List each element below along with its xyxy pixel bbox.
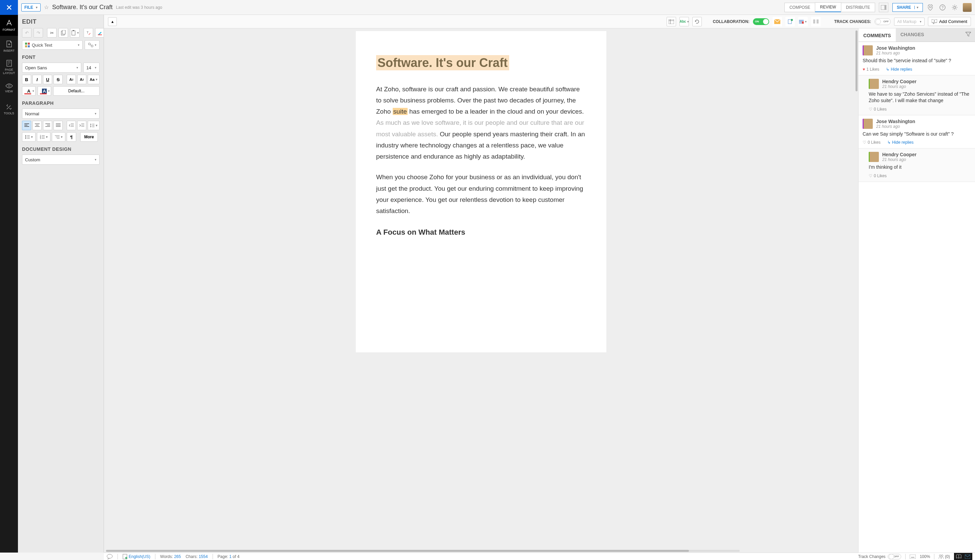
doc-paragraph-1: At Zoho, software is our craft and passi… bbox=[376, 83, 487, 162]
strikethrough-button[interactable]: S bbox=[54, 75, 63, 84]
svg-text:T: T bbox=[87, 31, 89, 34]
collaboration-toolbar: ▴ Abc▾ COLLABORATION: ON ▾ TRACK CHANGES… bbox=[104, 15, 487, 28]
default-font-button[interactable]: Default... bbox=[53, 86, 100, 96]
doc-heading-2: A Focus on What Matters bbox=[376, 226, 487, 239]
chevron-down-icon: ▾ bbox=[77, 66, 78, 69]
doc-heading-1: Software. It's our Craft bbox=[376, 55, 487, 70]
svg-point-19 bbox=[25, 135, 26, 136]
bullet-list-button[interactable]: ▾ bbox=[22, 132, 35, 142]
chevron-down-icon: ▾ bbox=[48, 89, 50, 93]
format-painter-button[interactable]: T bbox=[84, 28, 93, 38]
para-style-value: Normal bbox=[25, 111, 39, 116]
editor-area[interactable]: Software. It's our Craft At Zoho, softwa… bbox=[104, 28, 487, 280]
chevron-down-icon: ▾ bbox=[96, 78, 97, 81]
format-panel: EDIT ↶ ↷ ✂ ▾ T Quick Text ▾ ▾ FONT bbox=[18, 15, 104, 280]
find-replace-button[interactable]: ▾ bbox=[85, 40, 100, 50]
chevron-down-icon: ▾ bbox=[96, 124, 97, 127]
chevron-down-icon: ▾ bbox=[61, 135, 63, 138]
document-design-title: DOCUMENT DESIGN bbox=[22, 147, 100, 152]
rail-view[interactable]: VIEW bbox=[0, 78, 18, 99]
paragraph-section-title: PARAGRAPH bbox=[22, 100, 100, 106]
chevron-down-icon: ▾ bbox=[78, 43, 80, 47]
quick-text-label: Quick Text bbox=[32, 43, 52, 48]
cut-button[interactable]: ✂ bbox=[47, 28, 57, 38]
undo-button[interactable]: ↶ bbox=[22, 28, 32, 38]
align-left-button[interactable] bbox=[22, 121, 31, 130]
chevron-down-icon: ▾ bbox=[95, 112, 97, 115]
view-icon bbox=[5, 83, 13, 88]
svg-text:3: 3 bbox=[40, 137, 41, 139]
rail-format-label: FORMAT bbox=[3, 28, 15, 32]
font-name-value: Open Sans bbox=[25, 65, 47, 70]
format-icon bbox=[5, 19, 13, 27]
svg-rect-8 bbox=[62, 30, 65, 34]
doc-paragraph-2: When you choose Zoho for your business o… bbox=[376, 172, 487, 217]
subscript-button[interactable]: A2 bbox=[77, 75, 86, 84]
font-size-select[interactable]: 14▾ bbox=[83, 63, 100, 73]
rail-tools-label: TOOLS bbox=[4, 112, 14, 115]
italic-button[interactable]: I bbox=[32, 75, 42, 84]
chevron-down-icon: ▾ bbox=[95, 66, 97, 69]
font-size-value: 14 bbox=[86, 65, 91, 70]
number-list-button[interactable]: 123▾ bbox=[37, 132, 50, 142]
chevron-down-icon: ▾ bbox=[36, 6, 38, 9]
document-page[interactable]: Software. It's our Craft At Zoho, softwa… bbox=[356, 31, 487, 280]
redo-button[interactable]: ↷ bbox=[33, 28, 43, 38]
chevron-down-icon: ▾ bbox=[95, 43, 97, 47]
svg-point-21 bbox=[25, 138, 26, 139]
bold-button[interactable]: B bbox=[22, 75, 31, 84]
rail-page-layout-label: PAGE LAYOUT bbox=[0, 68, 18, 75]
highlight-color-button[interactable]: A▾ bbox=[38, 86, 51, 96]
svg-rect-12 bbox=[98, 35, 102, 35]
case-button[interactable]: Aa▾ bbox=[88, 75, 100, 84]
font-color-button[interactable]: A▾ bbox=[22, 86, 35, 96]
chevron-down-icon: ▾ bbox=[31, 135, 33, 138]
align-center-button[interactable] bbox=[32, 121, 42, 130]
tools-icon bbox=[6, 103, 13, 110]
more-paragraph-button[interactable]: More bbox=[80, 132, 98, 142]
align-justify-button[interactable] bbox=[54, 121, 63, 130]
rail-tools[interactable]: TOOLS bbox=[0, 99, 18, 120]
line-spacing-button[interactable]: ▾ bbox=[88, 121, 100, 130]
font-section-title: FONT bbox=[22, 55, 100, 60]
svg-point-20 bbox=[25, 137, 26, 138]
chevron-down-icon: ▾ bbox=[77, 31, 79, 35]
svg-point-6 bbox=[8, 85, 10, 87]
edit-section-title: EDIT bbox=[22, 18, 100, 25]
svg-rect-15 bbox=[25, 45, 27, 47]
indent-decrease-button[interactable] bbox=[67, 121, 76, 130]
underline-button[interactable]: U bbox=[43, 75, 52, 84]
rail-format[interactable]: FORMAT bbox=[0, 15, 18, 36]
top-bar: FILE ▾ ☆ Software. It's our Craft Last e… bbox=[0, 0, 487, 15]
rail-page-layout[interactable]: PAGE LAYOUT bbox=[0, 57, 18, 78]
multilevel-list-button[interactable]: ▾ bbox=[52, 132, 65, 142]
pilcrow-button[interactable]: ¶ bbox=[67, 132, 76, 142]
paragraph-style-select[interactable]: Normal▾ bbox=[22, 108, 100, 119]
rail-insert[interactable]: INSERT bbox=[0, 36, 18, 57]
collapse-panel-button[interactable]: ▴ bbox=[108, 17, 117, 26]
rail-insert-label: INSERT bbox=[3, 49, 15, 52]
app-logo[interactable] bbox=[0, 0, 18, 15]
document-design-select[interactable]: Custom▾ bbox=[22, 155, 100, 165]
file-label: FILE bbox=[24, 5, 33, 10]
svg-rect-13 bbox=[25, 43, 27, 45]
file-menu-button[interactable]: FILE ▾ bbox=[21, 3, 41, 12]
paste-button[interactable]: ▾ bbox=[70, 28, 80, 38]
svg-rect-10 bbox=[73, 30, 74, 31]
design-value: Custom bbox=[25, 157, 40, 162]
chevron-down-icon: ▾ bbox=[95, 158, 97, 161]
superscript-button[interactable]: A2 bbox=[67, 75, 76, 84]
chevron-down-icon: ▾ bbox=[32, 89, 34, 93]
chevron-down-icon: ▾ bbox=[46, 135, 48, 138]
svg-rect-16 bbox=[28, 45, 30, 47]
highlight-format-button[interactable] bbox=[95, 28, 104, 38]
insert-icon bbox=[6, 40, 13, 48]
quick-text-button[interactable]: Quick Text ▾ bbox=[22, 40, 83, 50]
align-right-button[interactable] bbox=[43, 121, 52, 130]
star-icon[interactable]: ☆ bbox=[44, 4, 49, 10]
font-family-select[interactable]: Open Sans▾ bbox=[22, 63, 81, 73]
copy-button[interactable] bbox=[59, 28, 68, 38]
document-title[interactable]: Software. It's our Craft bbox=[52, 4, 113, 11]
rail-view-label: VIEW bbox=[5, 90, 13, 93]
indent-increase-button[interactable] bbox=[77, 121, 86, 130]
